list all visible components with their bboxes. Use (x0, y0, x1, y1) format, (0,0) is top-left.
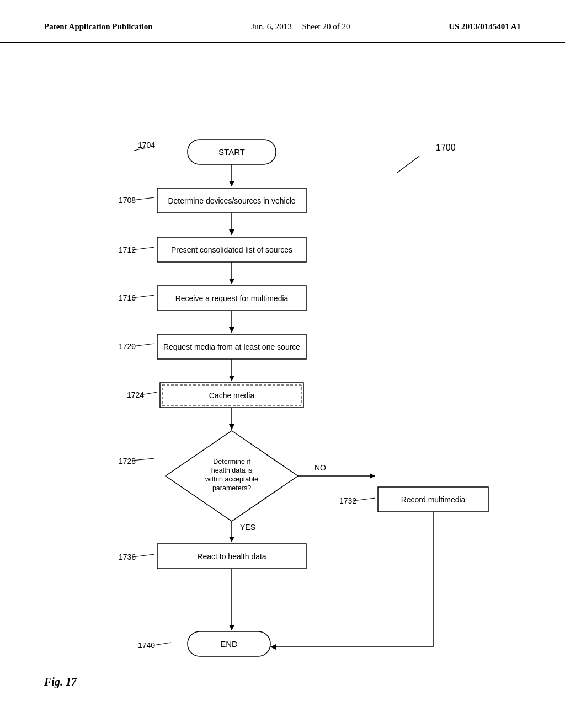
diagram-container: 1700 1704 START 1708 Determine devices/s… (0, 43, 565, 721)
patent-number: US 2013/0145401 A1 (449, 22, 521, 31)
arrow-no-head (370, 473, 375, 479)
n6-text: React to health data (197, 552, 266, 561)
publication-title: Patent Application Publication (44, 22, 153, 31)
n7-text: Record multimedia (401, 495, 466, 504)
arrow-yes-head (229, 537, 234, 542)
end-node-text: END (220, 639, 238, 649)
arrow-n6-end-head (229, 625, 234, 630)
start-node-label: 1704 (138, 141, 155, 149)
arrow-n3-n4-head (229, 327, 234, 333)
diagram-title-label: 1700 (436, 143, 456, 152)
diamond-text1: Determine if (213, 458, 250, 465)
n1-text: Determine devices/sources in vehicle (168, 196, 295, 205)
n2-text: Present consolidated list of sources (171, 245, 292, 254)
arrow-n4-n5-head (229, 376, 234, 381)
arrow-start-n1-head (229, 181, 234, 186)
end-node-label: 1740 (138, 641, 155, 650)
yes-label: YES (240, 523, 255, 532)
arrow-n2-n3-head (229, 279, 234, 284)
n5-text: Cache media (209, 391, 255, 400)
n3-text: Receive a request for multimedia (175, 294, 289, 303)
arrow-n5-diamond-head (229, 424, 234, 430)
end-label-line (153, 643, 171, 645)
flowchart-svg: 1700 1704 START 1708 Determine devices/s… (0, 43, 565, 721)
title-arrow (397, 156, 419, 173)
diamond-text4: parameters? (212, 484, 251, 492)
arrow-n7-end-head (270, 644, 276, 650)
diamond-text3: within acceptable (205, 475, 258, 483)
diamond-text2: health data is (211, 467, 252, 474)
publication-date: Jun. 6, 2013 Sheet 20 of 20 (186, 22, 415, 31)
diamond-label: 1728 (119, 457, 136, 465)
arrow-n1-n2-head (229, 229, 234, 235)
start-node-text: START (218, 147, 245, 157)
no-label: NO (315, 463, 326, 472)
page-header: Patent Application Publication Jun. 6, 2… (0, 0, 565, 43)
figure-label: Fig. 17 (44, 676, 77, 688)
n4-text: Request media from at least one source (163, 342, 300, 351)
